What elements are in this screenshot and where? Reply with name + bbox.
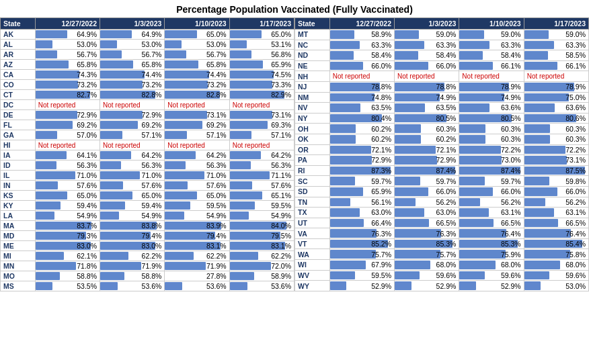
data-cell: 53.0% bbox=[524, 281, 588, 291]
table-row: MA83.7%83.8%83.9%84.0% bbox=[1, 221, 294, 231]
right-state-header: State bbox=[295, 18, 330, 30]
data-cell: 56.3% bbox=[165, 161, 229, 171]
data-cell: 83.0% bbox=[100, 241, 165, 251]
data-cell: 59.5% bbox=[329, 270, 394, 281]
data-cell: 64.9% bbox=[100, 30, 165, 40]
data-cell: 59.4% bbox=[100, 201, 165, 211]
data-cell: 57.0% bbox=[35, 130, 100, 140]
state-cell: HI bbox=[1, 140, 36, 150]
data-cell: 71.8% bbox=[35, 261, 100, 271]
data-cell: 79.4% bbox=[165, 231, 229, 241]
data-cell: 83.1% bbox=[165, 241, 229, 251]
data-cell: 72.9% bbox=[35, 110, 100, 120]
data-cell: 65.9% bbox=[329, 186, 394, 197]
data-cell: 68.0% bbox=[395, 260, 459, 271]
table-row: NV63.5%63.5%63.6%63.6% bbox=[295, 103, 589, 113]
data-cell: 54.9% bbox=[100, 211, 165, 221]
left-date-header-4: 1/17/2023 bbox=[229, 18, 294, 30]
data-cell: 27.8% bbox=[165, 271, 229, 281]
data-cell: 63.0% bbox=[395, 208, 459, 218]
data-cell: 80.6% bbox=[524, 113, 588, 124]
data-cell: 52.9% bbox=[395, 281, 459, 291]
data-cell: 56.3% bbox=[229, 161, 294, 171]
table-row: OH60.2%60.3%60.3%60.3% bbox=[295, 124, 589, 134]
data-cell: 82.8% bbox=[100, 90, 165, 100]
table-row: UT66.4%66.5%66.5%66.5% bbox=[295, 218, 589, 228]
data-cell: 73.1% bbox=[165, 110, 229, 120]
data-cell: 56.2% bbox=[524, 197, 588, 208]
state-cell: PA bbox=[295, 155, 330, 166]
data-cell: 60.2% bbox=[395, 134, 459, 144]
data-cell: 63.0% bbox=[329, 208, 394, 218]
data-cell: 66.0% bbox=[395, 186, 459, 197]
not-reported-cell: Not reported bbox=[395, 71, 459, 82]
data-cell: 60.3% bbox=[459, 124, 524, 134]
data-cell: 66.0% bbox=[329, 60, 394, 71]
data-cell: 87.3% bbox=[329, 165, 394, 176]
data-cell: 73.2% bbox=[100, 80, 165, 90]
data-cell: 59.7% bbox=[329, 176, 394, 187]
data-cell: 76.4% bbox=[524, 228, 588, 239]
state-cell: MN bbox=[1, 261, 36, 271]
data-cell: 74.4% bbox=[165, 70, 229, 80]
data-cell: 53.0% bbox=[100, 40, 165, 50]
data-cell: 59.0% bbox=[524, 30, 588, 40]
data-cell: 75.7% bbox=[329, 249, 394, 260]
data-cell: 65.8% bbox=[35, 60, 100, 70]
state-cell: MT bbox=[295, 30, 330, 40]
not-reported-cell: Not reported bbox=[35, 100, 100, 110]
data-cell: 53.0% bbox=[35, 40, 100, 50]
data-cell: 58.4% bbox=[395, 50, 459, 61]
data-cell: 79.4% bbox=[100, 231, 165, 241]
state-cell: OR bbox=[295, 144, 330, 155]
data-cell: 75.0% bbox=[524, 92, 588, 103]
state-cell: IL bbox=[1, 171, 36, 181]
data-cell: 60.2% bbox=[329, 134, 394, 144]
state-cell: IA bbox=[1, 150, 36, 161]
not-reported-cell: Not reported bbox=[459, 71, 524, 82]
left-date-header-3: 1/10/2023 bbox=[165, 18, 229, 30]
table-row: CA74.3%74.4%74.4%74.5% bbox=[1, 70, 294, 80]
table-row: AR56.7%56.7%56.7%56.8% bbox=[1, 50, 294, 60]
table-row: ND58.4%58.4%58.4%58.5% bbox=[295, 50, 589, 61]
data-cell: 72.1% bbox=[329, 144, 394, 155]
right-date-header-3: 1/10/2023 bbox=[459, 18, 524, 30]
data-cell: 76.4% bbox=[459, 228, 524, 239]
data-cell: 53.0% bbox=[165, 40, 229, 50]
data-cell: 68.0% bbox=[524, 260, 588, 271]
state-cell: WI bbox=[295, 260, 330, 271]
data-cell: 68.0% bbox=[459, 260, 524, 271]
table-row: CO73.2%73.2%73.2%73.3% bbox=[1, 80, 294, 90]
state-cell: NH bbox=[295, 71, 330, 82]
table-row: WV59.5%59.6%59.6%59.6% bbox=[295, 270, 589, 281]
table-row: MN71.8%71.9%71.9%72.0% bbox=[1, 261, 294, 271]
state-cell: MO bbox=[1, 271, 36, 281]
page-title: Percentage Population Vaccinated (Fully … bbox=[0, 0, 589, 17]
data-cell: 63.1% bbox=[524, 208, 588, 218]
state-cell: NJ bbox=[295, 81, 330, 92]
state-cell: KY bbox=[1, 201, 36, 211]
data-cell: 63.5% bbox=[329, 103, 394, 113]
data-cell: 74.9% bbox=[459, 92, 524, 103]
data-cell: 62.2% bbox=[100, 251, 165, 261]
table-row: TN56.1%56.2%56.2%56.2% bbox=[295, 197, 589, 208]
data-cell: 72.1% bbox=[395, 144, 459, 155]
table-row: NY80.4%80.5%80.5%80.6% bbox=[295, 113, 589, 124]
state-cell: SC bbox=[295, 176, 330, 187]
data-cell: 56.2% bbox=[395, 197, 459, 208]
data-cell: 74.9% bbox=[395, 92, 459, 103]
tables-container: State 12/27/2022 1/3/2023 1/10/2023 1/17… bbox=[0, 17, 589, 291]
data-cell: 65.8% bbox=[100, 60, 165, 70]
data-cell: 71.9% bbox=[100, 261, 165, 271]
data-cell: 66.5% bbox=[395, 218, 459, 228]
state-cell: TX bbox=[295, 208, 330, 218]
state-cell: ID bbox=[1, 161, 36, 171]
left-state-header: State bbox=[1, 18, 36, 30]
data-cell: 78.9% bbox=[459, 81, 524, 92]
data-cell: 54.9% bbox=[165, 211, 229, 221]
data-cell: 85.3% bbox=[459, 238, 524, 249]
not-reported-cell: Not reported bbox=[100, 140, 165, 150]
data-cell: 63.3% bbox=[524, 40, 588, 50]
data-cell: 80.5% bbox=[395, 113, 459, 124]
table-row: MO58.8%58.8%27.8%58.9% bbox=[1, 271, 294, 281]
